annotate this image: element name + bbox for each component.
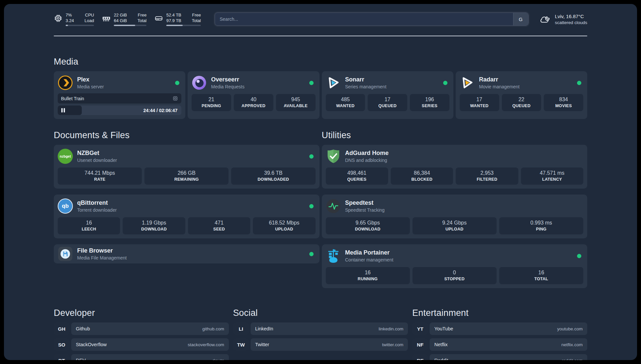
- app-name: Overseerr: [211, 76, 244, 83]
- disk-progress-bar: [166, 25, 201, 26]
- bookmark-linkedin[interactable]: LI LinkedInlinkedin.com: [233, 322, 408, 335]
- app-name: Plex: [77, 76, 104, 83]
- stat-filtered: 2,953FILTERED: [456, 167, 518, 185]
- bookmark-netflix[interactable]: NF Netflixnetflix.com: [412, 338, 587, 351]
- stackoverflow-abbr-icon: SO: [54, 338, 70, 351]
- section-social: Social LI LinkedInlinkedin.com TW Twitte…: [233, 308, 408, 351]
- stat-seed: 471SEED: [188, 217, 250, 234]
- twitter-abbr-icon: TW: [233, 338, 249, 351]
- status-online-dot: [309, 81, 314, 85]
- bookmark-twitter[interactable]: TW Twittertwitter.com: [233, 338, 408, 351]
- stat-remaining: 266 GBREMAINING: [144, 167, 229, 185]
- app-description: Usenet downloader: [77, 158, 117, 163]
- disk-free-label: Free: [192, 12, 201, 18]
- top-bar: 7% CPU 3.24 Load 22 GiB: [54, 11, 587, 27]
- netflix-abbr-icon: NF: [412, 338, 428, 351]
- stat-running: 16RUNNING: [326, 267, 410, 284]
- search-engine-button[interactable]: G: [513, 13, 528, 25]
- media-section-title: Media: [54, 57, 587, 67]
- disk-progress-fill: [166, 25, 182, 26]
- bookmark-url: stackoverflow.com: [188, 342, 224, 347]
- disk-icon: [154, 14, 163, 23]
- weather-widget: Lviv, 16.87°C scattered clouds: [538, 13, 587, 25]
- status-online-dot: [175, 81, 179, 85]
- app-card-sonarr[interactable]: Sonarr Series management 485WANTED 17QUE…: [322, 71, 453, 119]
- bookmark-reddit[interactable]: RE Redditreddit.com: [412, 354, 587, 360]
- section-media: Media Plex Media server: [54, 57, 587, 119]
- bookmark-github[interactable]: GH Githubgithub.com: [54, 322, 229, 335]
- filebrowser-icon: [58, 246, 73, 261]
- stat-movies: 834MOVIES: [544, 94, 583, 111]
- header-divider: [54, 36, 587, 36]
- stat-stopped: 0STOPPED: [412, 267, 497, 284]
- bookmark-name: YouTube: [434, 326, 453, 331]
- app-description: Media Requests: [211, 84, 244, 89]
- app-card-radarr[interactable]: Radarr Movie management 17WANTED 22QUEUE…: [456, 71, 587, 119]
- overseerr-icon: [192, 75, 207, 90]
- session-icon: [172, 96, 178, 101]
- cpu-progress-bar: [66, 25, 94, 26]
- bookmark-name: Twitter: [255, 342, 269, 347]
- app-card-plex[interactable]: Plex Media server Bullet Train: [54, 71, 185, 119]
- app-card-speedtest[interactable]: Speedtest Speedtest Tracking 9.65 GbpsDO…: [322, 195, 588, 238]
- cpu-progress-fill: [66, 25, 68, 26]
- app-card-overseerr[interactable]: Overseerr Media Requests 21PENDING 40APP…: [188, 71, 319, 119]
- bookmark-dev-to[interactable]: DT DEVdev.to: [54, 354, 229, 360]
- bookmark-stackoverflow[interactable]: SO StackOverflowstackoverflow.com: [54, 338, 229, 351]
- app-name: Media Portainer: [345, 249, 393, 256]
- bookmark-youtube[interactable]: YT YouTubeyoutube.com: [412, 322, 587, 335]
- bookmark-name: Github: [76, 326, 90, 331]
- memory-progress-fill: [114, 25, 135, 26]
- app-description: Speedtest Tracking: [345, 207, 385, 213]
- entertainment-section-title: Entertainment: [412, 308, 587, 318]
- portainer-icon: [326, 248, 341, 263]
- stat-rate: 744.21 MbpsRATE: [58, 167, 142, 185]
- weather-location-temp: Lviv, 16.87°C: [555, 14, 587, 19]
- section-entertainment: Entertainment YT YouTubeyoutube.com NF N…: [412, 308, 587, 360]
- playback-progress-bar[interactable]: 24:44 / 02:06:47: [58, 106, 181, 115]
- disk-total-value: 97.9 TB: [166, 18, 181, 23]
- sonarr-icon: [326, 75, 341, 90]
- app-card-nzbget[interactable]: nzbget NZBGet Usenet downloader 744.21 M…: [54, 145, 320, 189]
- stat-ping: 0.993 msPING: [499, 217, 583, 234]
- stat-leech: 16LEECH: [58, 217, 120, 234]
- stat-downloaded: 39.6 TBDOWNLOADED: [231, 167, 315, 185]
- app-description: Media File Management: [77, 255, 127, 260]
- memory-progress-bar: [114, 25, 146, 26]
- cpu-usage-value: 7%: [66, 12, 74, 18]
- app-card-filebrowser[interactable]: File Browser Media File Management: [54, 244, 320, 263]
- weather-condition: scattered clouds: [555, 20, 587, 25]
- memory-icon: [102, 14, 111, 23]
- stat-latency: 47.571 msLATENCY: [521, 167, 583, 185]
- app-name: Speedtest: [345, 199, 385, 206]
- plex-now-playing-widget: Bullet Train 24:44 / 02:06:47: [58, 93, 181, 115]
- cpu-stat-group: 7% CPU 3.24 Load: [54, 12, 94, 26]
- bookmark-url: twitter.com: [382, 342, 404, 347]
- stat-upload: 9.24 GbpsUPLOAD: [412, 217, 497, 234]
- dev-to-abbr-icon: DT: [54, 354, 70, 360]
- stat-wanted: 485WANTED: [326, 94, 365, 111]
- bookmark-url: reddit.com: [562, 358, 583, 360]
- app-card-adguard[interactable]: AdGuard Home DNS and adblocking 498,461Q…: [322, 145, 588, 189]
- stat-download: 9.65 GbpsDOWNLOAD: [326, 217, 410, 234]
- search-bar: G: [215, 13, 528, 26]
- app-card-portainer[interactable]: Media Portainer Container management 16R…: [322, 244, 588, 288]
- bookmark-name: Reddit: [434, 358, 448, 360]
- memory-free-label: Free: [137, 12, 146, 18]
- app-card-qbittorrent[interactable]: qb qBittorrent Torrent downloader 16LEEC…: [54, 195, 320, 238]
- cpu-icon: [54, 14, 63, 23]
- status-online-dot: [577, 81, 581, 85]
- disk-total-label: Total: [192, 18, 201, 23]
- section-developer: Developer GH Githubgithub.com SO StackOv…: [54, 308, 229, 360]
- developer-section-title: Developer: [54, 308, 229, 318]
- cpu-label: CPU: [84, 12, 94, 18]
- stat-blocked: 86,384BLOCKED: [391, 167, 453, 185]
- search-input[interactable]: [215, 13, 513, 25]
- stat-total: 16TOTAL: [499, 267, 583, 284]
- utilities-section-title: Utilities: [322, 130, 588, 140]
- bookmark-name: StackOverflow: [76, 342, 107, 347]
- stat-queued: 22QUEUED: [502, 94, 541, 111]
- app-description: Series management: [345, 84, 386, 89]
- bookmark-url: github.com: [202, 326, 224, 331]
- section-documents-files: Documents & Files nzbget NZBGet Usenet d…: [54, 130, 320, 263]
